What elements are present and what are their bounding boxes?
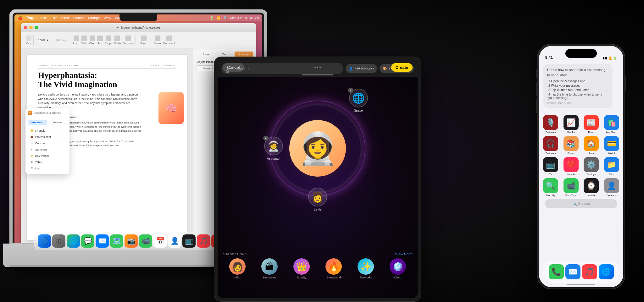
news-icon[interactable]: 📰 <box>584 115 599 130</box>
home-icon[interactable]: 🏠 <box>584 136 599 151</box>
files-icon[interactable]: 📁 <box>604 157 619 172</box>
podcasts2-icon[interactable]: 🎧 <box>543 136 558 151</box>
iphone-app-facetime[interactable]: 📹 FaceTime <box>563 178 580 197</box>
toolbar-comment-btn[interactable]: Comment <box>123 36 134 45</box>
suggestion-royalty[interactable]: 👑 Royalty <box>293 258 310 279</box>
toolbar-insert-btn[interactable]: Insert <box>73 36 80 45</box>
menu-view[interactable]: View <box>104 16 111 20</box>
suggestion-fireworks[interactable]: ✨ Fireworks <box>358 258 374 279</box>
watch-icon[interactable]: ⌚ <box>584 178 599 193</box>
contacts-icon[interactable]: 👤 <box>604 178 619 193</box>
sidebar-tab-style[interactable]: Style <box>197 52 215 57</box>
dock-mail[interactable]: ✉️ <box>96 234 109 248</box>
menu-app[interactable]: Pages <box>26 16 37 20</box>
toolbar-add-page-btn[interactable]: Add Page <box>55 39 66 41</box>
iphone-app-watch[interactable]: ⌚ Watch <box>583 178 600 197</box>
menu-format[interactable]: Format <box>73 16 84 20</box>
traffic-lights[interactable] <box>24 26 38 29</box>
minimize-button[interactable] <box>29 26 33 29</box>
iphone-app-news[interactable]: 📰 News <box>583 115 600 134</box>
iphone-app-files[interactable]: 📁 Files <box>603 157 620 176</box>
emoji-layla-item[interactable]: 👩 Layla <box>308 188 327 211</box>
ipad-create-button[interactable]: Create <box>391 63 413 72</box>
iphone-app-podcasts2[interactable]: 🎧 Podcasts <box>542 136 559 155</box>
toolbar-chart-btn[interactable]: Chart <box>89 36 96 45</box>
dock-appletv[interactable]: 📺 <box>182 234 196 248</box>
suggestion-fireworks-bubble[interactable]: ✨ <box>358 258 374 275</box>
wt-item-table[interactable]: ⊞ Table <box>28 159 67 165</box>
toolbar-shape-btn[interactable]: Shape <box>105 36 112 45</box>
dock-launchpad[interactable]: ⊞ <box>52 234 65 248</box>
iphone-dock-mail[interactable]: ✉️ <box>565 264 580 279</box>
show-more-btn[interactable]: SHOW MORE <box>395 253 413 256</box>
dock-safari[interactable]: 🌐 <box>67 234 80 248</box>
ipad-cancel-button[interactable]: Cancel <box>223 63 244 72</box>
zoom-button[interactable] <box>35 26 38 29</box>
suggestion-nikki-bubble[interactable]: 👩 <box>229 258 246 275</box>
iphone-search-bar[interactable]: 🔍 Search <box>545 199 617 208</box>
wt-item-summary[interactable]: ≡ Summary <box>28 146 67 153</box>
wt-tab-rewrite[interactable]: Rewrite <box>48 120 67 125</box>
wallet-icon[interactable]: 💳 <box>604 136 619 151</box>
iphone-power-button[interactable] <box>625 75 626 91</box>
emoji-face-center[interactable]: 👩‍🚀 <box>289 120 346 177</box>
tv-icon[interactable]: 📺 <box>543 157 558 172</box>
toolbar-format-btn[interactable]: Format <box>153 36 161 45</box>
iphone-app-tv[interactable]: 📺 TV <box>542 157 559 176</box>
settings-icon[interactable]: ⚙️ <box>584 157 599 172</box>
menu-arrange[interactable]: Arrange <box>87 16 100 20</box>
wt-item-friendly[interactable]: 😊 Friendly <box>28 128 67 134</box>
wt-tabs[interactable]: Proofread Rewrite <box>28 120 67 125</box>
toolbar-zoom-btn[interactable]: 136% ▼ <box>38 39 49 42</box>
appstore-icon[interactable]: 🛍️ <box>604 115 619 130</box>
iphone-app-appstore[interactable]: 🛍️ App Store <box>603 115 620 134</box>
iphone-dock-safari[interactable]: 🌐 <box>599 264 614 279</box>
suggestion-nikki[interactable]: 👩 Nikki <box>229 258 246 279</box>
dock-maps[interactable]: 🗺️ <box>110 234 123 248</box>
menu-edit[interactable]: Edit <box>51 16 57 20</box>
iphone-app-stocks[interactable]: 📈 Stocks <box>563 115 580 134</box>
dock-photos[interactable]: 📷 <box>125 234 138 248</box>
dock-music[interactable]: 🎵 <box>197 234 210 248</box>
suggestion-royalty-bubble[interactable]: 👑 <box>293 258 310 275</box>
findmy-icon[interactable]: 🔍 <box>543 178 558 193</box>
suggestion-mountains[interactable]: 🏔 Mountains <box>261 258 278 279</box>
suggestion-disco-bubble[interactable]: 🪩 <box>390 258 406 275</box>
wt-item-concise[interactable]: ✂ Concise <box>28 140 67 146</box>
suggestion-mountains-bubble[interactable]: 🏔 <box>261 258 278 275</box>
close-button[interactable] <box>24 26 27 29</box>
toolbar-table-btn[interactable]: Table <box>81 36 87 45</box>
toolbar-share-btn[interactable]: Share <box>140 36 147 45</box>
dock-messages[interactable]: 💬 <box>81 234 94 248</box>
emoji-layla-bubble[interactable]: 👩 <box>308 188 327 206</box>
menu-file[interactable]: File <box>41 16 47 20</box>
iphone-app-findmy[interactable]: 🔍 Find My <box>542 178 559 197</box>
minus-badge-astronaut[interactable]: − <box>263 136 268 141</box>
minus-badge-space[interactable]: − <box>348 88 353 93</box>
iphone-app-podcasts[interactable]: 🎙️ Podcasts <box>542 115 559 134</box>
health-icon[interactable]: ❤️ <box>564 157 579 172</box>
podcasts-icon[interactable]: 🎙️ <box>543 115 558 130</box>
toolbar-view-btn[interactable]: View <box>26 36 31 45</box>
suggestion-sweatband-bubble[interactable]: 🔥 <box>325 258 342 275</box>
iphone-app-contacts[interactable]: 👤 Contacts <box>603 178 620 197</box>
wt-tab-proofread[interactable]: Proofread <box>28 120 47 125</box>
wt-item-list[interactable]: ☰ List <box>28 165 67 172</box>
toolbar-media-btn[interactable]: Media <box>114 36 121 45</box>
toolbar-text-btn[interactable]: Text <box>97 36 103 45</box>
dock-finder[interactable]: 🔵 <box>38 234 51 248</box>
dock-contacts[interactable]: 👤 <box>168 234 181 248</box>
emoji-space-bubble[interactable]: − 🌐 <box>349 89 368 107</box>
iphone-app-wallet[interactable]: 💳 Wallet <box>603 136 620 155</box>
emoji-astronaut-item[interactable]: − 🧑‍🚀 Astronaut <box>264 137 283 160</box>
iphone-dock-phone[interactable]: 📞 <box>549 264 564 279</box>
emoji-space-item[interactable]: − 🌐 Space <box>349 89 368 112</box>
search-menu-icon[interactable]: 🔍 <box>223 16 228 20</box>
toolbar-document-btn[interactable]: Document <box>164 36 175 45</box>
emoji-astronaut-bubble[interactable]: − 🧑‍🚀 <box>264 137 283 156</box>
iphone-dock-music[interactable]: 🎵 <box>582 264 597 279</box>
iphone-app-settings[interactable]: ⚙️ Settings <box>583 157 600 176</box>
iphone-app-home[interactable]: 🏠 Home <box>583 136 600 155</box>
iphone-app-health[interactable]: ❤️ Health <box>563 157 580 176</box>
iphone-app-books[interactable]: 📚 Books <box>563 136 580 155</box>
